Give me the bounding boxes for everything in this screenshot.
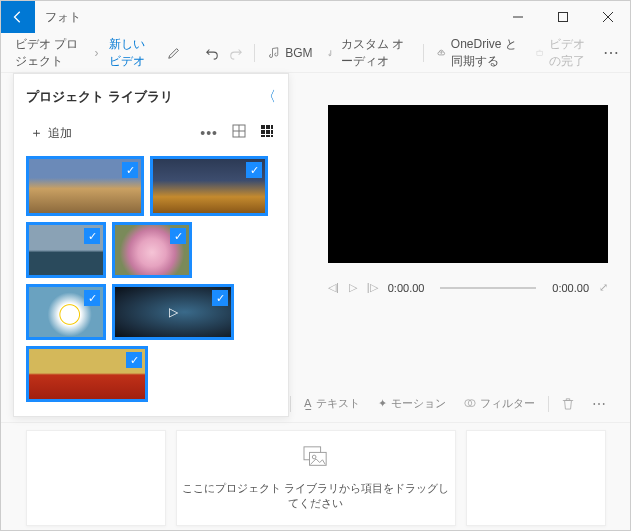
prev-frame-button[interactable]: ◁| xyxy=(328,281,339,294)
add-media-button[interactable]: ＋ 追加 xyxy=(26,120,76,146)
text-icon: A̲ xyxy=(304,397,312,410)
bgm-label: BGM xyxy=(285,46,312,60)
svg-rect-10 xyxy=(271,125,273,129)
view-grid-button[interactable] xyxy=(258,122,276,144)
storyboard-strip[interactable]: ここにプロジェクト ライブラリから項目をドラッグしてください xyxy=(1,425,630,530)
add-label: 追加 xyxy=(48,125,72,142)
time-total: 0:00.00 xyxy=(552,282,589,294)
close-button[interactable] xyxy=(585,1,630,33)
back-button[interactable] xyxy=(1,1,35,33)
bgm-button[interactable]: BGM xyxy=(262,42,318,64)
app-window: フォト ビデオ プロジェクト › 新しいビデオ BGM カスタム オーディオ xyxy=(0,0,631,531)
thumbnail-grid: ✓ ✓ ✓ ✓ ✓ ✓▷ ✓ xyxy=(26,156,276,402)
view-list-button[interactable] xyxy=(230,122,248,144)
library-item[interactable]: ✓ xyxy=(26,156,144,216)
library-item[interactable]: ✓ xyxy=(26,284,106,340)
minimize-button[interactable] xyxy=(495,1,540,33)
custom-audio-button[interactable]: カスタム オーディオ xyxy=(322,32,414,74)
titlebar: フォト xyxy=(1,1,630,33)
sb-separator xyxy=(290,396,291,412)
text-button[interactable]: A̲ テキスト xyxy=(299,393,365,414)
text-label: テキスト xyxy=(316,396,360,411)
maximize-button[interactable] xyxy=(540,1,585,33)
selected-check-icon: ✓ xyxy=(84,290,100,306)
library-panel: プロジェクト ライブラリ 〈 ＋ 追加 ••• xyxy=(13,73,289,417)
time-current: 0:00.00 xyxy=(388,282,425,294)
audio-icon xyxy=(328,47,335,59)
preview-screen[interactable] xyxy=(328,105,608,263)
selected-check-icon: ✓ xyxy=(212,290,228,306)
svg-rect-15 xyxy=(266,135,270,137)
library-more-button[interactable]: ••• xyxy=(198,123,220,143)
library-header: プロジェクト ライブラリ 〈 xyxy=(26,88,276,106)
filter-button[interactable]: フィルター xyxy=(459,393,540,414)
library-item[interactable]: ✓ xyxy=(26,222,106,278)
library-view-controls: ••• xyxy=(198,122,276,144)
storyboard-slot[interactable] xyxy=(26,430,166,526)
breadcrumb-separator: › xyxy=(95,46,99,60)
library-item[interactable]: ✓▷ xyxy=(112,284,234,340)
svg-rect-1 xyxy=(558,13,567,22)
breadcrumb-projects[interactable]: ビデオ プロジェクト xyxy=(9,32,91,74)
more-menu-button[interactable]: ⋯ xyxy=(602,37,622,69)
next-frame-button[interactable]: |▷ xyxy=(367,281,378,294)
custom-audio-label: カスタム オーディオ xyxy=(341,36,409,70)
selected-check-icon: ✓ xyxy=(246,162,262,178)
collapse-library-button[interactable]: 〈 xyxy=(262,88,276,106)
motion-icon: ✦ xyxy=(378,397,387,410)
toolbar-separator xyxy=(254,44,255,62)
plus-icon: ＋ xyxy=(30,124,43,142)
motion-label: モーション xyxy=(391,396,446,411)
edit-button[interactable] xyxy=(164,37,184,69)
filter-icon xyxy=(464,398,476,410)
window-title: フォト xyxy=(35,9,495,26)
svg-rect-8 xyxy=(261,125,265,129)
breadcrumb-current[interactable]: 新しいビデオ xyxy=(103,32,160,74)
library-toolbar: ＋ 追加 ••• xyxy=(26,120,276,146)
selected-check-icon: ✓ xyxy=(170,228,186,244)
selected-check-icon: ✓ xyxy=(84,228,100,244)
motion-button[interactable]: ✦ モーション xyxy=(373,393,451,414)
preview-area: ◁| ▷ |▷ 0:00.00 0:00.00 ⤢ xyxy=(328,105,608,294)
export-icon xyxy=(536,47,543,59)
library-item[interactable]: ✓ xyxy=(26,346,148,402)
delete-button[interactable] xyxy=(557,394,579,413)
library-title: プロジェクト ライブラリ xyxy=(26,88,173,106)
play-button[interactable]: ▷ xyxy=(349,281,357,294)
svg-rect-11 xyxy=(261,130,265,134)
seek-track[interactable] xyxy=(440,287,536,289)
sync-label: OneDrive と同期する xyxy=(451,36,521,70)
svg-rect-13 xyxy=(271,130,273,134)
music-icon xyxy=(268,47,280,59)
svg-rect-9 xyxy=(266,125,270,129)
finish-button[interactable]: ビデオの完了 xyxy=(530,32,598,74)
trash-icon xyxy=(562,397,574,410)
drop-hint-text: ここにプロジェクト ライブラリから項目をドラッグしてください xyxy=(177,481,455,511)
preview-controls: ◁| ▷ |▷ 0:00.00 0:00.00 ⤢ xyxy=(328,281,608,294)
content-area: プロジェクト ライブラリ 〈 ＋ 追加 ••• xyxy=(1,73,630,530)
storyboard-more-button[interactable]: ⋯ xyxy=(587,393,612,415)
redo-button[interactable] xyxy=(226,37,246,69)
storyboard-slot[interactable] xyxy=(466,430,606,526)
filter-label: フィルター xyxy=(480,396,535,411)
library-item[interactable]: ✓ xyxy=(150,156,268,216)
toolbar-separator-2 xyxy=(423,44,424,62)
finish-label: ビデオの完了 xyxy=(549,36,592,70)
main-toolbar: ビデオ プロジェクト › 新しいビデオ BGM カスタム オーディオ OneDr… xyxy=(1,33,630,73)
storyboard-drop-zone[interactable]: ここにプロジェクト ライブラリから項目をドラッグしてください xyxy=(176,430,456,526)
selected-check-icon: ✓ xyxy=(126,352,142,368)
media-stack-icon xyxy=(302,445,330,473)
cloud-icon xyxy=(437,47,446,59)
svg-rect-12 xyxy=(266,130,270,134)
svg-rect-16 xyxy=(271,135,273,137)
library-item[interactable]: ✓ xyxy=(112,222,192,278)
fullscreen-button[interactable]: ⤢ xyxy=(599,281,608,294)
svg-rect-14 xyxy=(261,135,265,137)
selected-check-icon: ✓ xyxy=(122,162,138,178)
window-controls xyxy=(495,1,630,33)
sb-separator-2 xyxy=(548,396,549,412)
undo-button[interactable] xyxy=(202,37,222,69)
svg-rect-4 xyxy=(537,51,542,55)
sync-button[interactable]: OneDrive と同期する xyxy=(431,32,526,74)
play-overlay-icon: ▷ xyxy=(169,305,178,319)
